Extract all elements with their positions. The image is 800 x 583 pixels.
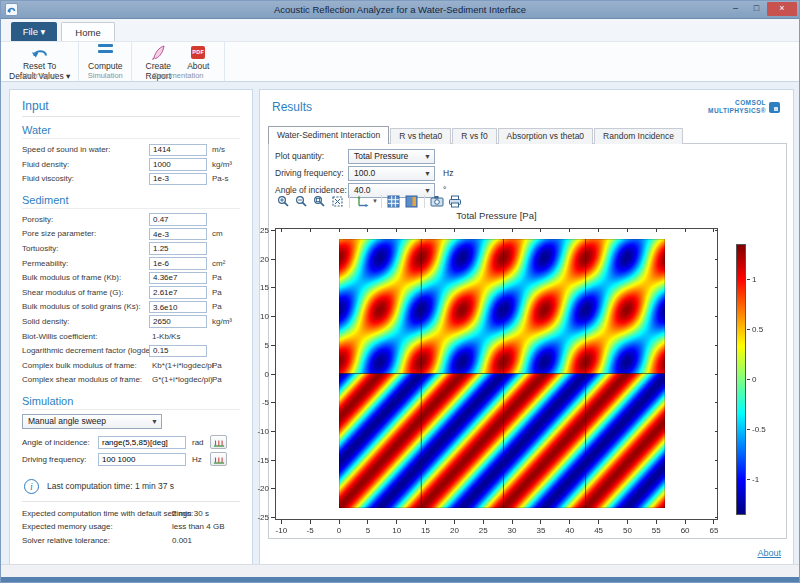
x-tick-mark	[685, 520, 686, 524]
results-section-title: Results	[272, 100, 312, 114]
field-label: Angle of incidence:	[22, 438, 90, 447]
x-tick-label: 55	[642, 526, 670, 535]
field-input-tortuosity[interactable]	[149, 242, 207, 255]
input-row: Pore size parameter:cm	[22, 227, 240, 242]
selected-value: 100.0	[354, 168, 375, 178]
y-tick-mark	[271, 287, 275, 288]
tab-water-sediment-interaction[interactable]: Water-Sediment Interaction	[268, 126, 389, 144]
tab-r-vs-theta0[interactable]: R vs theta0	[390, 128, 451, 144]
field-input-solid-density[interactable]	[149, 315, 207, 328]
plot-quantity-select[interactable]: Total Pressure▼	[348, 149, 435, 164]
input-row: Tortuosity:	[22, 242, 240, 257]
show-legend-icon[interactable]	[403, 193, 421, 209]
field-input-fluid-density[interactable]	[149, 158, 207, 171]
tab-absorption-vs-theta0[interactable]: Absorption vs theta0	[498, 128, 594, 144]
field-input-bulk-modulus-of-frame-kb[interactable]	[149, 272, 207, 285]
range-button[interactable]	[210, 452, 227, 466]
field-value: 1-Kb/Ks	[152, 332, 180, 341]
comsol-logo: COMSOL MULTIPHYSICS®	[708, 99, 780, 115]
pressure-surface-plot[interactable]	[339, 239, 665, 508]
x-tick-mark	[656, 229, 657, 232]
window-bottom-edge	[1, 577, 799, 582]
zoom-out-icon[interactable]	[292, 193, 310, 209]
stat-label: Expected memory usage:	[22, 522, 113, 531]
input-row: Speed of sound in water:m/s	[22, 143, 240, 158]
field-input-bulk-modulus-of-solid-grains-ks[interactable]	[149, 301, 207, 314]
y-tick-mark	[271, 230, 275, 231]
x-tick-label: 15	[412, 526, 440, 535]
control-unit: Hz	[443, 168, 453, 178]
minimize-button[interactable]: –	[725, 2, 746, 16]
about-link[interactable]: About	[757, 548, 781, 558]
field-input-shear-modulus-of-frame-g[interactable]	[149, 286, 207, 299]
ribbon-group-documentation: CreateReport PDF About Documentation	[132, 42, 225, 81]
x-tick-mark	[339, 520, 340, 524]
close-button[interactable]: ×	[767, 2, 797, 16]
x-tick-mark	[425, 229, 426, 232]
stat-row: Expected computation time with default s…	[22, 508, 240, 522]
x-tick-mark	[367, 229, 368, 232]
compute-button[interactable]: Compute	[87, 44, 123, 71]
reset-label-line1: Reset To	[23, 61, 56, 71]
y-tick-label: -15	[241, 456, 269, 465]
field-input-driving-frequency[interactable]	[98, 453, 186, 466]
stat-row: Expected memory usage:less than 4 GB	[22, 521, 240, 535]
x-tick-mark	[512, 520, 513, 524]
group-label-user-input: User Input	[1, 71, 78, 80]
field-input-angle-of-incidence[interactable]	[98, 436, 186, 449]
colorbar-tick-label: 0.5	[752, 325, 776, 334]
field-input-fluid-viscosity[interactable]	[149, 173, 207, 186]
field-label: Pore size parameter:	[22, 229, 96, 238]
driving-frequency-select[interactable]: 100.0▼	[348, 166, 435, 181]
colorbar-tick-label: -1	[752, 475, 776, 484]
sweep-type-select[interactable]: Manual angle sweep ▼	[22, 414, 162, 429]
y-tick-mark	[271, 431, 275, 432]
range-button[interactable]	[210, 435, 227, 449]
control-label: Driving frequency:	[275, 168, 344, 178]
file-menu-button[interactable]: File ▾	[11, 22, 57, 41]
x-tick-mark	[483, 229, 484, 232]
about-button[interactable]: PDF About	[180, 44, 216, 71]
print-icon[interactable]	[446, 193, 464, 209]
zoom-box-icon[interactable]	[310, 193, 328, 209]
chevron-down-icon: ▼	[424, 150, 431, 164]
simulation-input-row: Angle of incidence:rad	[22, 435, 240, 452]
graphics-toolbar: ▼	[274, 193, 464, 209]
tab-random-incidence[interactable]: Random Incidence	[594, 128, 683, 144]
comsol-logo-line1: COMSOL	[708, 99, 766, 107]
snapshot-camera-icon[interactable]	[428, 193, 446, 209]
input-row: Biot-Willis coefficient:1-Kb/Ks	[22, 330, 240, 345]
results-tab-content: Plot quantity:Total Pressure▼Driving fre…	[268, 143, 787, 539]
x-tick-label: 35	[527, 526, 555, 535]
comsol-logo-icon	[769, 102, 780, 113]
stat-value: 0.001	[172, 536, 192, 545]
field-input-permeability[interactable]	[149, 257, 207, 270]
x-tick-mark	[569, 520, 570, 524]
chevron-down-icon[interactable]: ▼	[372, 198, 378, 204]
field-input-porosity[interactable]	[149, 213, 207, 226]
show-grid-icon[interactable]	[385, 193, 403, 209]
field-unit: Pa	[212, 361, 222, 370]
colorbar-tick-mark	[747, 279, 750, 280]
field-input-speed-of-sound-in-water[interactable]	[149, 144, 207, 157]
zoom-in-icon[interactable]	[274, 193, 292, 209]
field-input-logarithmic-decrement-factor-logdec[interactable]	[149, 345, 207, 358]
x-tick-label: 60	[671, 526, 699, 535]
x-tick-mark	[396, 229, 397, 232]
input-row: Complex shear modulus of frame:G*(1+i*lo…	[22, 373, 240, 388]
tab-home[interactable]: Home	[61, 22, 115, 42]
zoom-extents-icon[interactable]	[328, 193, 346, 209]
input-row: Solid density:kg/m³	[22, 315, 240, 330]
default-view-icon[interactable]	[353, 193, 371, 209]
field-input-pore-size-parameter[interactable]	[149, 228, 207, 241]
x-tick-mark	[540, 229, 541, 232]
y-tick-label: 10	[241, 312, 269, 321]
field-unit: m/s	[212, 145, 225, 154]
x-tick-mark	[454, 229, 455, 232]
field-unit: cm	[212, 229, 223, 238]
x-tick-mark	[281, 229, 282, 232]
maximize-button[interactable]: □	[746, 2, 767, 16]
x-tick-mark	[598, 229, 599, 232]
tab-r-vs-f0[interactable]: R vs f0	[452, 128, 496, 144]
colorbar-tick-label: 1	[752, 275, 776, 284]
